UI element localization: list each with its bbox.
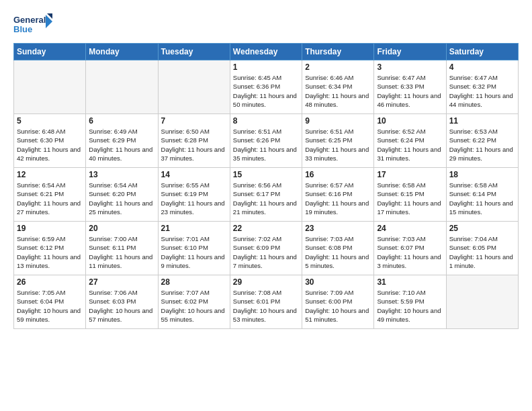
calendar-cell (14, 60, 86, 114)
day-number: 19 (17, 224, 83, 233)
calendar-cell: 9Sunrise: 6:51 AM Sunset: 6:25 PM Daylig… (302, 114, 374, 168)
calendar-cell: 17Sunrise: 6:58 AM Sunset: 6:15 PM Dayli… (374, 168, 446, 222)
day-info: Sunrise: 6:50 AM Sunset: 6:28 PM Dayligh… (161, 127, 227, 163)
calendar-cell: 12Sunrise: 6:54 AM Sunset: 6:21 PM Dayli… (14, 168, 86, 222)
day-number: 6 (89, 116, 154, 126)
day-number: 20 (89, 224, 154, 233)
day-info: Sunrise: 6:58 AM Sunset: 6:15 PM Dayligh… (377, 181, 443, 216)
calendar-cell: 26Sunrise: 7:05 AM Sunset: 6:04 PM Dayli… (14, 275, 86, 329)
calendar-cell: 4Sunrise: 6:47 AM Sunset: 6:32 PM Daylig… (446, 60, 518, 114)
day-number: 11 (449, 116, 515, 126)
calendar-header-thursday: Thursday (302, 44, 374, 60)
day-info: Sunrise: 7:06 AM Sunset: 6:03 PM Dayligh… (89, 288, 154, 324)
calendar-cell: 13Sunrise: 6:54 AM Sunset: 6:20 PM Dayli… (86, 168, 158, 222)
calendar-cell (446, 275, 518, 329)
calendar-header-saturday: Saturday (446, 44, 518, 60)
calendar-cell: 10Sunrise: 6:52 AM Sunset: 6:24 PM Dayli… (374, 114, 446, 168)
day-info: Sunrise: 7:05 AM Sunset: 6:04 PM Dayligh… (17, 288, 83, 324)
calendar-cell: 31Sunrise: 7:10 AM Sunset: 5:59 PM Dayli… (374, 275, 446, 329)
day-number: 15 (233, 170, 299, 179)
calendar-cell: 7Sunrise: 6:50 AM Sunset: 6:28 PM Daylig… (158, 114, 230, 168)
day-number: 9 (305, 116, 371, 126)
day-info: Sunrise: 7:10 AM Sunset: 5:59 PM Dayligh… (377, 288, 443, 324)
calendar-header-friday: Friday (374, 44, 446, 60)
day-info: Sunrise: 7:04 AM Sunset: 6:05 PM Dayligh… (449, 234, 515, 270)
calendar-cell: 2Sunrise: 6:46 AM Sunset: 6:34 PM Daylig… (302, 60, 374, 114)
day-number: 22 (233, 224, 299, 233)
calendar-cell: 19Sunrise: 6:59 AM Sunset: 6:12 PM Dayli… (14, 222, 86, 275)
calendar-cell: 8Sunrise: 6:51 AM Sunset: 6:26 PM Daylig… (230, 114, 302, 168)
calendar-cell (158, 60, 230, 114)
calendar-week-1: 1Sunrise: 6:45 AM Sunset: 6:36 PM Daylig… (14, 60, 519, 114)
calendar-cell: 25Sunrise: 7:04 AM Sunset: 6:05 PM Dayli… (446, 222, 518, 275)
day-number: 16 (305, 170, 371, 179)
calendar-week-2: 5Sunrise: 6:48 AM Sunset: 6:30 PM Daylig… (14, 114, 519, 168)
day-number: 31 (377, 277, 443, 287)
day-number: 25 (449, 224, 515, 233)
day-number: 13 (89, 170, 154, 179)
logo: General Blue (13, 12, 54, 38)
day-info: Sunrise: 7:02 AM Sunset: 6:09 PM Dayligh… (233, 234, 299, 270)
day-info: Sunrise: 7:03 AM Sunset: 6:07 PM Dayligh… (377, 234, 443, 270)
day-number: 17 (377, 170, 443, 179)
calendar-cell: 6Sunrise: 6:49 AM Sunset: 6:29 PM Daylig… (86, 114, 158, 168)
day-number: 18 (449, 170, 515, 179)
calendar-cell: 1Sunrise: 6:45 AM Sunset: 6:36 PM Daylig… (230, 60, 302, 114)
svg-text:Blue: Blue (13, 24, 32, 34)
day-info: Sunrise: 7:03 AM Sunset: 6:08 PM Dayligh… (305, 234, 371, 270)
day-info: Sunrise: 6:51 AM Sunset: 6:26 PM Dayligh… (233, 127, 299, 163)
calendar-cell (86, 60, 158, 114)
day-number: 23 (305, 224, 371, 233)
day-info: Sunrise: 6:45 AM Sunset: 6:36 PM Dayligh… (233, 73, 299, 109)
day-info: Sunrise: 6:56 AM Sunset: 6:17 PM Dayligh… (233, 181, 299, 216)
calendar-week-3: 12Sunrise: 6:54 AM Sunset: 6:21 PM Dayli… (14, 168, 519, 222)
calendar-cell: 16Sunrise: 6:57 AM Sunset: 6:16 PM Dayli… (302, 168, 374, 222)
day-number: 24 (377, 224, 443, 233)
calendar-cell: 28Sunrise: 7:07 AM Sunset: 6:02 PM Dayli… (158, 275, 230, 329)
calendar-week-4: 19Sunrise: 6:59 AM Sunset: 6:12 PM Dayli… (14, 222, 519, 275)
day-number: 14 (161, 170, 227, 179)
day-number: 28 (161, 277, 227, 287)
day-number: 5 (17, 116, 83, 126)
calendar-header-monday: Monday (86, 44, 158, 60)
day-info: Sunrise: 6:57 AM Sunset: 6:16 PM Dayligh… (305, 181, 371, 216)
calendar-cell: 24Sunrise: 7:03 AM Sunset: 6:07 PM Dayli… (374, 222, 446, 275)
calendar-cell: 11Sunrise: 6:53 AM Sunset: 6:22 PM Dayli… (446, 114, 518, 168)
day-info: Sunrise: 6:47 AM Sunset: 6:32 PM Dayligh… (449, 73, 515, 109)
day-number: 30 (305, 277, 371, 287)
day-info: Sunrise: 6:58 AM Sunset: 6:14 PM Dayligh… (449, 181, 515, 216)
day-info: Sunrise: 6:48 AM Sunset: 6:30 PM Dayligh… (17, 127, 83, 163)
calendar-cell: 23Sunrise: 7:03 AM Sunset: 6:08 PM Dayli… (302, 222, 374, 275)
day-number: 2 (305, 62, 371, 72)
day-number: 21 (161, 224, 227, 233)
page-header: General Blue (13, 12, 519, 38)
calendar-cell: 3Sunrise: 6:47 AM Sunset: 6:33 PM Daylig… (374, 60, 446, 114)
calendar-header-tuesday: Tuesday (158, 44, 230, 60)
svg-text:General: General (13, 15, 46, 25)
calendar-week-5: 26Sunrise: 7:05 AM Sunset: 6:04 PM Dayli… (14, 275, 519, 329)
calendar-header-wednesday: Wednesday (230, 44, 302, 60)
calendar-cell: 15Sunrise: 6:56 AM Sunset: 6:17 PM Dayli… (230, 168, 302, 222)
calendar-cell: 18Sunrise: 6:58 AM Sunset: 6:14 PM Dayli… (446, 168, 518, 222)
calendar-cell: 14Sunrise: 6:55 AM Sunset: 6:19 PM Dayli… (158, 168, 230, 222)
calendar-cell: 27Sunrise: 7:06 AM Sunset: 6:03 PM Dayli… (86, 275, 158, 329)
day-info: Sunrise: 6:54 AM Sunset: 6:21 PM Dayligh… (17, 181, 83, 216)
calendar-header-sunday: Sunday (14, 44, 86, 60)
logo-svg: General Blue (13, 12, 54, 38)
day-number: 8 (233, 116, 299, 126)
day-info: Sunrise: 6:54 AM Sunset: 6:20 PM Dayligh… (89, 181, 154, 216)
day-info: Sunrise: 6:55 AM Sunset: 6:19 PM Dayligh… (161, 181, 227, 216)
day-number: 1 (233, 62, 299, 72)
day-number: 12 (17, 170, 83, 179)
calendar-table: SundayMondayTuesdayWednesdayThursdayFrid… (13, 43, 519, 329)
day-number: 10 (377, 116, 443, 126)
calendar-header-row: SundayMondayTuesdayWednesdayThursdayFrid… (14, 44, 519, 60)
calendar-body: 1Sunrise: 6:45 AM Sunset: 6:36 PM Daylig… (14, 60, 519, 329)
calendar-cell: 30Sunrise: 7:09 AM Sunset: 6:00 PM Dayli… (302, 275, 374, 329)
calendar-cell: 22Sunrise: 7:02 AM Sunset: 6:09 PM Dayli… (230, 222, 302, 275)
day-number: 27 (89, 277, 154, 287)
calendar-cell: 5Sunrise: 6:48 AM Sunset: 6:30 PM Daylig… (14, 114, 86, 168)
day-info: Sunrise: 7:01 AM Sunset: 6:10 PM Dayligh… (161, 234, 227, 270)
day-number: 3 (377, 62, 443, 72)
day-info: Sunrise: 7:00 AM Sunset: 6:11 PM Dayligh… (89, 234, 154, 270)
